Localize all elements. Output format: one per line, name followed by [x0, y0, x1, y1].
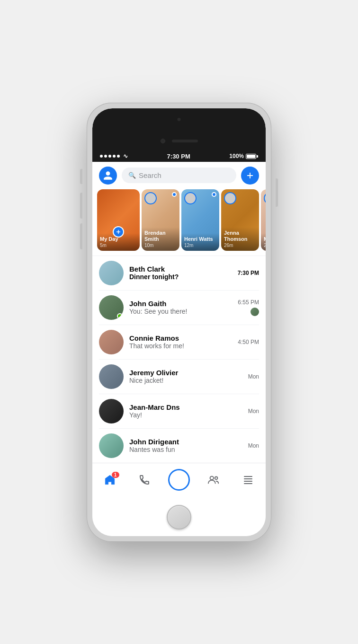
battery-icon [246, 154, 258, 159]
conv-avatar-john-d [99, 433, 124, 458]
story-mathi[interactable]: Mathi Olivie 28m [261, 189, 266, 251]
battery-body [246, 154, 256, 159]
story-my-day[interactable]: My Day 5m [97, 189, 140, 251]
story-mathi-overlay: Mathi Olivie 28m [261, 233, 266, 250]
story-mathi-time: 28m [264, 243, 266, 248]
front-camera [178, 118, 181, 121]
story-henri[interactable]: Henri Watts 12m [181, 189, 219, 251]
top-bezel [92, 108, 266, 151]
signal-area: ∿ [100, 153, 128, 159]
conv-body-jeremy: Jeremy Olivier Nice jacket! [129, 369, 242, 384]
conv-body-john-g: John Gaith You: See you there! [129, 300, 232, 315]
battery-fill [247, 155, 255, 158]
earpiece-camera [161, 139, 165, 143]
battery-tip [257, 155, 258, 158]
conv-body-connie: Connie Ramos That works for me! [129, 334, 232, 350]
story-jenna-avatar [224, 192, 236, 204]
profile-avatar-button[interactable] [99, 167, 117, 185]
conv-name-connie: Connie Ramos [129, 334, 232, 342]
conv-avatar-jeanmarc [99, 399, 124, 423]
conversation-list: Beth Clark Dinner tonight? 7:30 PM John … [92, 256, 266, 463]
conv-name-jeanmarc: Jean-Marc Dns [129, 403, 242, 411]
conv-item-connie[interactable]: Connie Ramos That works for me! 4:50 PM [92, 325, 266, 359]
signal-dot-2 [104, 155, 107, 158]
conv-body-jeanmarc: Jean-Marc Dns Yay! [129, 403, 242, 419]
nav-item-camera[interactable] [161, 467, 196, 493]
home-button[interactable] [167, 505, 191, 529]
conv-item-john-d[interactable]: John Dirigeant Nantes was fun Mon [92, 429, 266, 463]
power-button[interactable] [276, 178, 278, 207]
conv-avatar-connie [99, 330, 124, 354]
signal-dot-5 [117, 155, 120, 158]
calls-icon [139, 474, 150, 485]
bottom-nav: 1 [92, 463, 266, 498]
phone-screen: ∿ 7:30 PM 100% [92, 108, 266, 536]
story-mathi-name: Mathi Olivie [264, 236, 266, 242]
story-jenna-time: 26m [224, 243, 256, 248]
svg-point-0 [210, 476, 214, 479]
nav-item-home[interactable]: 1 [92, 472, 127, 488]
conv-time-connie: 4:50 PM [238, 339, 259, 345]
conv-avatar-john-g [99, 295, 124, 320]
conv-preview-john-g: You: See you there! [129, 308, 232, 315]
wifi-icon: ∿ [123, 153, 128, 159]
story-jenna-overlay: Jenna Thomson 26m [221, 227, 259, 250]
stories-row: My Day 5m Brendan Smith [92, 189, 266, 256]
home-badge: 1 [112, 472, 119, 478]
conv-name-beth: Beth Clark [129, 265, 232, 273]
menu-icon [242, 474, 254, 485]
conv-name-john-d: John Dirigeant [129, 438, 242, 446]
svg-rect-2 [244, 476, 252, 477]
online-indicator-john [117, 313, 123, 319]
story-brendan-name: Brendan Smith [144, 230, 177, 242]
story-jenna[interactable]: Jenna Thomson 26m [221, 189, 259, 251]
earpiece-speaker [172, 140, 198, 142]
app-content: 🔍 Search My Day 5m [92, 162, 266, 498]
svg-rect-4 [244, 481, 252, 482]
conv-item-beth[interactable]: Beth Clark Dinner tonight? 7:30 PM [92, 256, 266, 290]
silent-switch[interactable] [80, 169, 82, 184]
conv-preview-beth: Dinner tonight? [129, 273, 232, 281]
story-my-day-time: 5m [100, 243, 137, 248]
story-brendan-avatar [144, 192, 157, 204]
story-jenna-name: Jenna Thomson [224, 230, 256, 242]
conv-time-beth: 7:30 PM [238, 270, 259, 276]
nav-item-menu[interactable] [231, 472, 266, 487]
compose-button[interactable] [241, 167, 259, 185]
my-day-add-button[interactable] [113, 226, 124, 238]
story-henri-overlay: Henri Watts 12m [181, 233, 219, 250]
conv-avatar-jeremy [99, 364, 124, 389]
search-icon: 🔍 [128, 172, 136, 179]
conv-meta-john-g: 6:55 PM [238, 299, 259, 316]
story-henri-time: 12m [184, 243, 216, 248]
volume-up-button[interactable] [80, 193, 82, 219]
svg-rect-5 [244, 483, 252, 484]
status-bar: ∿ 7:30 PM 100% [92, 151, 266, 162]
add-icon [116, 229, 121, 235]
conv-item-jeanmarc[interactable]: Jean-Marc Dns Yay! Mon [92, 394, 266, 428]
camera-speaker-area [161, 139, 198, 143]
camera-capture-button[interactable] [168, 469, 190, 491]
conv-item-jeremy[interactable]: Jeremy Olivier Nice jacket! Mon [92, 360, 266, 394]
conv-meta-jeremy: Mon [248, 373, 259, 380]
story-brendan-indicator [172, 192, 177, 197]
conv-item-john-g[interactable]: John Gaith You: See you there! 6:55 PM [92, 291, 266, 325]
story-henri-avatar [184, 192, 197, 204]
search-bar[interactable]: 🔍 Search [122, 168, 236, 183]
signal-dot-4 [113, 155, 116, 158]
conv-avatar-beth [99, 261, 124, 285]
story-brendan-overlay: Brendan Smith 10m [142, 227, 179, 250]
nav-item-people[interactable] [197, 472, 231, 487]
signal-dot-1 [100, 155, 103, 158]
volume-down-button[interactable] [80, 223, 82, 249]
battery-area: 100% [229, 153, 258, 159]
conv-meta-connie: 4:50 PM [238, 339, 259, 345]
app-header: 🔍 Search [92, 162, 266, 189]
search-placeholder: Search [139, 171, 161, 179]
signal-dot-3 [108, 155, 111, 158]
conv-meta-beth: 7:30 PM [238, 270, 259, 276]
story-brendan[interactable]: Brendan Smith 10m [142, 189, 179, 251]
nav-item-calls[interactable] [127, 472, 161, 487]
svg-rect-3 [244, 478, 252, 479]
conv-body-john-d: John Dirigeant Nantes was fun [129, 438, 242, 453]
